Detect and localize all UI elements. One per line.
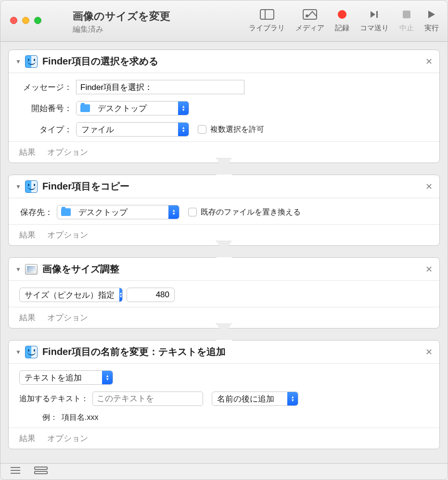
action-remove-button[interactable]: ✕	[425, 264, 433, 275]
connector-icon	[216, 240, 232, 252]
start-in-label: 開始番号：	[19, 103, 72, 114]
action-copy-finder-items[interactable]: ▼ Finder項目をコピー ✕ 保存先： デスクトップ 既存のファイルを置き換…	[8, 175, 440, 246]
disclosure-triangle-icon[interactable]: ▼	[15, 266, 21, 273]
toolbar-media-label: メディア	[295, 24, 324, 33]
toolbar: ライブラリ メディア 記録 コマ送り	[249, 7, 439, 33]
options-button[interactable]: オプション	[47, 312, 88, 323]
popup-arrows-icon	[287, 392, 298, 405]
results-button[interactable]: 結果	[19, 147, 36, 158]
svg-rect-10	[35, 467, 47, 469]
window-minimize-button[interactable]	[22, 17, 29, 24]
toolbar-library-button[interactable]: ライブラリ	[249, 7, 285, 33]
start-in-popup[interactable]: デスクトップ	[76, 101, 189, 115]
stop-icon	[402, 7, 411, 22]
action-title: Finder項目をコピー	[42, 180, 425, 193]
svg-rect-6	[403, 11, 410, 18]
options-button[interactable]: オプション	[47, 433, 88, 444]
window-subtitle: 編集済み	[73, 25, 170, 35]
action-rename-finder-items[interactable]: ▼ Finder項目の名前を変更：テキストを追加 ✕ テキストを追加 追加するテ…	[8, 340, 440, 449]
toolbar-step-button[interactable]: コマ送り	[360, 7, 389, 33]
toolbar-media-button[interactable]: メディア	[295, 7, 324, 33]
svg-point-4	[338, 10, 346, 19]
replace-existing-checkbox[interactable]	[188, 208, 197, 216]
window-zoom-button[interactable]	[34, 17, 41, 24]
message-label: メッセージ：	[19, 82, 72, 93]
toolbar-record-button[interactable]: 記録	[335, 7, 349, 33]
toolbar-run-button[interactable]: 実行	[424, 7, 439, 33]
allow-multiple-checkbox[interactable]	[198, 125, 206, 134]
example-value: 項目名.xxx	[62, 413, 98, 423]
action-title: 画像をサイズ調整	[42, 263, 425, 276]
finder-icon	[25, 346, 38, 358]
play-icon	[427, 7, 436, 22]
toolbar-library-label: ライブラリ	[249, 24, 285, 33]
svg-rect-11	[35, 471, 47, 474]
disclosure-triangle-icon[interactable]: ▼	[15, 58, 21, 65]
folder-icon	[61, 208, 71, 216]
text-position-popup[interactable]: 名前の後に追加	[212, 392, 298, 406]
allow-multiple-label: 複数選択を許可	[210, 125, 264, 135]
example-label: 例：	[19, 413, 58, 423]
replace-existing-label: 既存のファイルを置き換える	[201, 207, 301, 217]
type-value: ファイル	[77, 124, 178, 135]
toolbar-step-label: コマ送り	[360, 24, 389, 33]
popup-arrows-icon	[178, 101, 189, 115]
action-remove-button[interactable]: ✕	[425, 181, 433, 192]
workflow-view-button[interactable]	[34, 467, 48, 477]
results-button[interactable]: 結果	[19, 312, 36, 323]
popup-arrows-icon	[178, 123, 189, 136]
status-bar	[0, 463, 448, 480]
toolbar-record-label: 記録	[335, 24, 349, 33]
results-button[interactable]: 結果	[19, 229, 36, 240]
workflow-canvas[interactable]: ▼ Finder項目の選択を求める ✕ メッセージ： 開始番号： デスクトップ	[0, 42, 448, 463]
rename-mode-value: テキストを追加	[20, 372, 102, 383]
automator-window: 画像のサイズを変更 編集済み ライブラリ メディア 記録	[0, 0, 448, 480]
window-title: 画像のサイズを変更	[73, 9, 170, 24]
destination-popup[interactable]: デスクトップ	[57, 205, 179, 219]
scale-mode-value: サイズ（ピクセル）指定	[20, 290, 119, 301]
disclosure-triangle-icon[interactable]: ▼	[15, 349, 21, 355]
disclosure-triangle-icon[interactable]: ▼	[15, 183, 21, 190]
folder-icon	[80, 104, 90, 112]
window-close-button[interactable]	[10, 17, 17, 24]
action-remove-button[interactable]: ✕	[425, 56, 433, 67]
toolbar-stop-label: 中止	[399, 24, 414, 33]
toolbar-stop-button[interactable]: 中止	[399, 7, 414, 33]
action-scale-images[interactable]: ▼ 画像をサイズ調整 ✕ サイズ（ピクセル）指定 結果 オプション	[8, 257, 440, 328]
action-title: Finder項目の選択を求める	[42, 55, 425, 68]
popup-arrows-icon	[102, 371, 113, 384]
options-button[interactable]: オプション	[47, 147, 88, 158]
type-label: タイプ：	[19, 124, 72, 135]
step-icon	[369, 7, 380, 22]
popup-arrows-icon	[119, 288, 122, 302]
preview-icon	[25, 263, 38, 276]
svg-rect-0	[260, 10, 274, 19]
destination-label: 保存先：	[19, 207, 53, 218]
log-view-button[interactable]	[10, 467, 21, 477]
media-icon	[303, 7, 317, 22]
scale-mode-popup[interactable]: サイズ（ピクセル）指定	[19, 288, 123, 302]
size-input[interactable]	[127, 288, 175, 302]
toolbar-run-label: 実行	[424, 24, 439, 33]
svg-point-3	[306, 14, 308, 17]
text-position-value: 名前の後に追加	[212, 393, 287, 404]
results-button[interactable]: 結果	[19, 433, 36, 444]
rename-mode-popup[interactable]: テキストを追加	[19, 370, 113, 385]
type-popup[interactable]: ファイル	[76, 122, 189, 137]
finder-icon	[25, 55, 38, 68]
action-ask-for-finder-items[interactable]: ▼ Finder項目の選択を求める ✕ メッセージ： 開始番号： デスクトップ	[8, 50, 440, 163]
popup-arrows-icon	[168, 205, 179, 219]
titlebar: 画像のサイズを変更 編集済み ライブラリ メディア 記録	[0, 0, 448, 42]
destination-value: デスクトップ	[74, 207, 168, 218]
window-controls	[10, 17, 41, 24]
add-text-label: 追加するテキスト：	[19, 394, 89, 404]
action-remove-button[interactable]: ✕	[425, 347, 433, 357]
connector-icon	[216, 158, 232, 169]
options-button[interactable]: オプション	[47, 229, 88, 240]
connector-icon	[216, 323, 232, 335]
message-input[interactable]	[76, 80, 244, 94]
action-title: Finder項目の名前を変更：テキストを追加	[42, 345, 425, 358]
finder-icon	[25, 180, 38, 193]
add-text-input[interactable]	[92, 392, 203, 406]
sidebar-icon	[260, 7, 274, 22]
